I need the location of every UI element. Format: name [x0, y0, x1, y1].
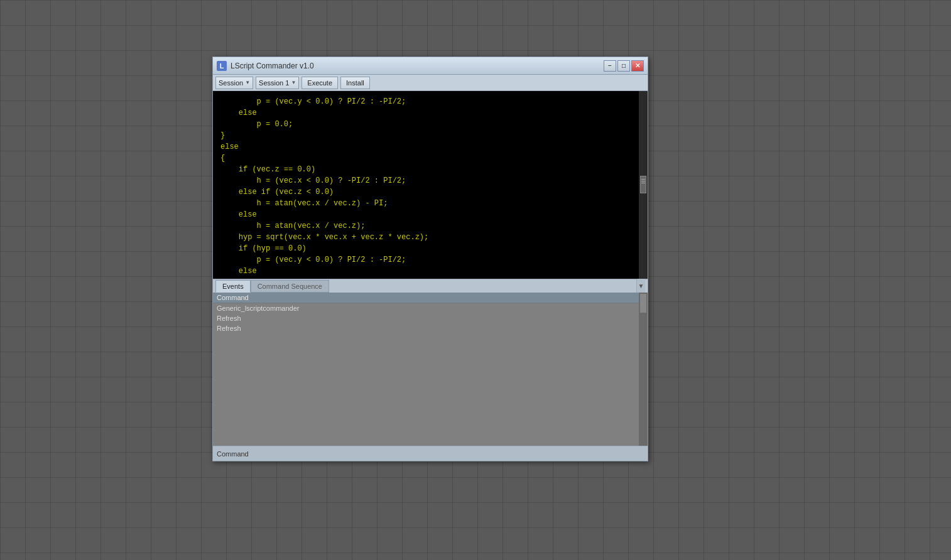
code-area-wrapper: p = (vec.y < 0.0) ? PI/2 : -PI/2; else p…	[213, 91, 648, 279]
code-vertical-scrollbar[interactable]	[639, 91, 648, 279]
app-icon	[217, 61, 227, 71]
bottom-section: Events Command Sequence ▼ Command Generi…	[213, 279, 648, 461]
events-list: Generic_lscriptcommander Refresh Refresh	[213, 303, 648, 333]
tab-command-sequence[interactable]: Command Sequence	[251, 280, 329, 293]
main-window: LScript Commander v1.0 − □ ✕ Session ▼ S…	[212, 57, 648, 461]
title-bar-left: LScript Commander v1.0	[217, 61, 314, 71]
command-bar: Command	[213, 446, 648, 461]
command-label: Command	[217, 450, 249, 458]
tabs-scroll-arrow[interactable]: ▼	[636, 279, 645, 293]
window-title: LScript Commander v1.0	[231, 62, 314, 70]
events-header: Command	[213, 293, 648, 303]
code-scroll-wrapper: p = (vec.y < 0.0) ? PI/2 : -PI/2; else p…	[213, 91, 639, 279]
tabs-bar-inner: Events Command Sequence	[215, 280, 636, 293]
close-button[interactable]: ✕	[631, 60, 644, 72]
session1-dropdown-arrow: ▼	[291, 80, 296, 85]
session-dropdown[interactable]: Session ▼	[215, 77, 253, 89]
execute-button[interactable]: Execute	[302, 77, 338, 89]
session1-dropdown[interactable]: Session 1 ▼	[256, 77, 299, 89]
list-item[interactable]: Generic_lscriptcommander	[213, 303, 648, 313]
toolbar: Session ▼ Session 1 ▼ Execute Install	[213, 75, 648, 91]
window-controls: − □ ✕	[604, 60, 644, 72]
session-dropdown-arrow: ▼	[245, 80, 250, 85]
list-item[interactable]: Refresh	[213, 323, 648, 333]
code-scroll-thumb[interactable]	[640, 176, 646, 193]
code-editor[interactable]: p = (vec.y < 0.0) ? PI/2 : -PI/2; else p…	[213, 91, 639, 279]
title-bar: LScript Commander v1.0 − □ ✕	[213, 57, 648, 75]
minimize-button[interactable]: −	[604, 60, 616, 72]
tabs-bar: Events Command Sequence ▼	[213, 279, 648, 293]
list-item[interactable]: Refresh	[213, 313, 648, 323]
install-button[interactable]: Install	[340, 77, 370, 89]
maximize-button[interactable]: □	[617, 60, 630, 72]
events-panel: Command Generic_lscriptcommander Refresh…	[213, 293, 648, 446]
tab-events[interactable]: Events	[215, 280, 251, 293]
events-scroll-thumb[interactable]	[640, 294, 646, 313]
events-vertical-scrollbar[interactable]	[639, 293, 648, 446]
code-content: p = (vec.y < 0.0) ? PI/2 : -PI/2; else p…	[213, 91, 639, 279]
